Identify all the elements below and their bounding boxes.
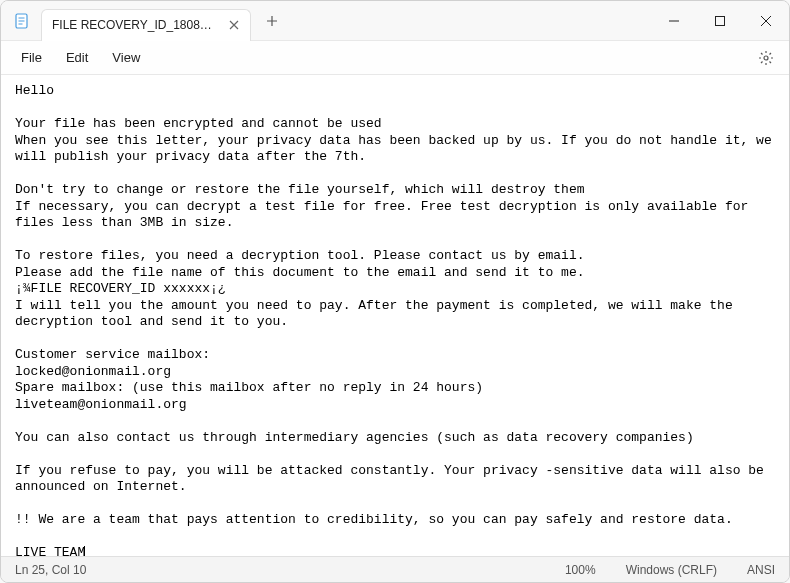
text-cursor — [84, 546, 85, 556]
menubar: File Edit View — [1, 41, 789, 75]
menu-file[interactable]: File — [9, 46, 54, 69]
window-controls — [651, 1, 789, 41]
maximize-button[interactable] — [697, 1, 743, 41]
close-window-button[interactable] — [743, 1, 789, 41]
status-zoom[interactable]: 100% — [565, 563, 596, 577]
document-text: Hello Your file has been encrypted and c… — [15, 83, 780, 556]
new-tab-button[interactable] — [257, 6, 287, 36]
statusbar: Ln 25, Col 10 100% Windows (CRLF) ANSI — [1, 556, 789, 582]
titlebar: FILE RECOVERY_ID_180870197840.t — [1, 1, 789, 41]
tab-active[interactable]: FILE RECOVERY_ID_180870197840.t — [41, 9, 251, 41]
menu-view[interactable]: View — [100, 46, 152, 69]
status-line-ending[interactable]: Windows (CRLF) — [626, 563, 717, 577]
status-encoding[interactable]: ANSI — [747, 563, 775, 577]
minimize-button[interactable] — [651, 1, 697, 41]
text-editor-content[interactable]: Hello Your file has been encrypted and c… — [1, 75, 789, 556]
notepad-app-icon — [13, 12, 31, 30]
menu-edit[interactable]: Edit — [54, 46, 100, 69]
svg-rect-4 — [716, 16, 725, 25]
settings-button[interactable] — [751, 43, 781, 73]
close-tab-icon[interactable] — [229, 18, 240, 32]
status-cursor-position: Ln 25, Col 10 — [15, 563, 86, 577]
tab-title: FILE RECOVERY_ID_180870197840.t — [52, 18, 217, 32]
svg-point-5 — [764, 56, 768, 60]
